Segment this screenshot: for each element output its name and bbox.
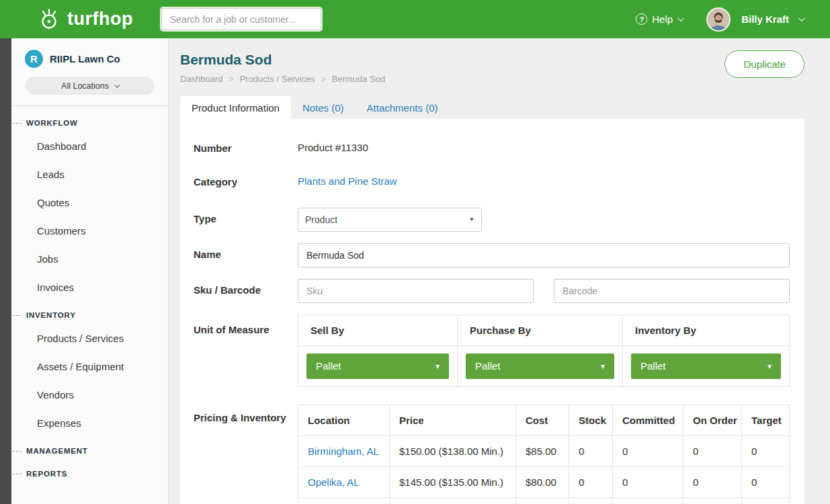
sidebar-item-invoices[interactable]: Invoices	[11, 273, 168, 301]
table-row	[298, 498, 390, 504]
avatar[interactable]	[706, 7, 731, 32]
help-icon: ?	[636, 13, 647, 25]
section-label: INVENTORY	[26, 311, 76, 319]
number-label: Number	[194, 142, 298, 155]
chevron-down-icon	[677, 15, 684, 22]
chevron-down-icon[interactable]	[798, 15, 805, 22]
inventory-by-value: Pallet	[640, 360, 666, 372]
caret-down-icon: ▾	[435, 362, 440, 371]
section-dash-icon	[13, 315, 22, 316]
left-rail	[0, 38, 11, 504]
caret-down-icon: ▾	[767, 362, 772, 371]
chevron-down-icon	[114, 82, 120, 87]
column-header-stock: Stock	[569, 405, 613, 436]
section-label: REPORTS	[26, 470, 67, 478]
breadcrumb-link-dashboard[interactable]: Dashboard	[180, 74, 223, 84]
price-cell: $150.00 ($138.00 Min.)	[390, 436, 516, 467]
sidebar-item-leads[interactable]: Leads	[11, 160, 168, 188]
sidebar-item-products-services[interactable]: Products / Services	[11, 324, 168, 352]
duplicate-button[interactable]: Duplicate	[724, 50, 804, 78]
sku-input[interactable]	[298, 279, 534, 303]
sidebar-section-inventory[interactable]: INVENTORY	[11, 301, 168, 324]
sidebar-section-reports[interactable]: REPORTS	[11, 460, 168, 482]
uom-header-inventory-by: Inventory By	[623, 315, 789, 346]
section-dash-icon	[13, 451, 22, 452]
sidebar-item-vendors[interactable]: Vendors	[11, 380, 168, 409]
sidebar-item-expenses[interactable]: Expenses	[11, 409, 168, 437]
company-name: RIIPL Lawn Co	[50, 53, 120, 65]
topbar-right: ? Help Billy Kraft	[636, 7, 803, 32]
sprinkler-logo-icon	[37, 7, 61, 32]
number-value: Product #11330	[298, 142, 368, 153]
brand-text: turfhop	[67, 9, 133, 30]
help-menu[interactable]: ? Help	[636, 13, 682, 25]
name-label: Name	[194, 248, 298, 261]
location-filter[interactable]: All Locations	[26, 77, 155, 95]
search-input[interactable]	[161, 8, 321, 30]
sidebar-item-dashboard[interactable]: Dashboard	[11, 132, 168, 160]
sell-by-select[interactable]: Pallet ▾	[306, 353, 449, 379]
tab-product-information[interactable]: Product Information	[180, 96, 291, 119]
sidebar-item-assets-equipment[interactable]: Assets / Equipment	[11, 352, 168, 380]
sku-barcode-label: Sku / Barcode	[194, 284, 298, 297]
turfhop-logo[interactable]: turfhop	[37, 7, 133, 32]
price-cell: $145.00 ($135.00 Min.)	[390, 467, 516, 498]
column-header-price: Price	[390, 405, 516, 436]
tab-notes[interactable]: Notes (0)	[291, 96, 356, 119]
breadcrumb-separator-icon: >	[321, 75, 326, 84]
company-logo-icon: R	[25, 50, 43, 68]
section-dash-icon	[13, 474, 22, 474]
breadcrumb: Dashboard > Products / Services > Bermud…	[180, 74, 804, 84]
location-link-birmingham[interactable]: Birmingham, AL	[298, 436, 390, 467]
section-dash-icon	[13, 123, 22, 124]
committed-cell: 0	[613, 436, 683, 467]
category-link[interactable]: Plants and Pine Straw	[298, 175, 397, 187]
uom-header-purchase-by: Purchase By	[458, 315, 623, 346]
purchase-by-select[interactable]: Pallet ▾	[466, 353, 614, 379]
sidebar-section-management[interactable]: MANAGEMENT	[11, 437, 168, 460]
column-header-committed: Committed	[613, 405, 683, 436]
cost-cell: $80.00	[516, 467, 569, 498]
main-content: Bermuda Sod Dashboard > Products / Servi…	[169, 38, 830, 504]
breadcrumb-link-products-services[interactable]: Products / Services	[240, 74, 315, 84]
cost-cell: $85.00	[516, 436, 569, 467]
section-label: MANAGEMENT	[26, 447, 88, 455]
tab-attachments[interactable]: Attachments (0)	[356, 96, 450, 119]
column-header-location: Location	[298, 405, 390, 436]
sidebar-item-quotes[interactable]: Quotes	[11, 188, 168, 216]
avatar-image	[708, 9, 729, 30]
breadcrumb-current: Bermuda Sod	[332, 74, 386, 84]
product-information-card: Number Product #11330 Category Plants an…	[180, 119, 804, 504]
uom-header-sell-by: Sell By	[298, 315, 458, 346]
column-header-target: Target	[742, 405, 789, 436]
target-cell: 0	[742, 436, 789, 467]
category-label: Category	[194, 175, 298, 189]
location-link-opelika[interactable]: Opelika, AL	[298, 467, 390, 498]
help-label: Help	[652, 13, 673, 25]
breadcrumb-separator-icon: >	[229, 75, 234, 84]
caret-down-icon: ▼	[469, 216, 474, 222]
sell-by-value: Pallet	[316, 360, 341, 372]
barcode-input[interactable]	[554, 279, 790, 303]
stock-cell: 0	[569, 436, 613, 467]
tab-bar: Product Information Notes (0) Attachment…	[180, 96, 804, 119]
user-name[interactable]: Billy Kraft	[741, 13, 789, 25]
sidebar-item-customers[interactable]: Customers	[11, 216, 168, 245]
column-header-cost: Cost	[516, 405, 569, 436]
committed-cell: 0	[613, 467, 683, 498]
type-select-value: Product	[305, 214, 337, 225]
column-header-on-order: On Order	[683, 405, 742, 436]
page-title: Bermuda Sod	[180, 52, 804, 68]
type-select[interactable]: Product ▼	[298, 208, 482, 232]
location-filter-label: All Locations	[61, 81, 109, 91]
inventory-by-select[interactable]: Pallet ▾	[631, 353, 781, 379]
sidebar-item-jobs[interactable]: Jobs	[11, 245, 168, 273]
unit-of-measure-table: Sell By Purchase By Inventory By Pallet …	[298, 314, 790, 387]
type-label: Type	[194, 212, 298, 226]
company-switcher[interactable]: R RIIPL Lawn Co	[11, 38, 168, 68]
sidebar-section-workflow[interactable]: WORKFLOW	[11, 109, 168, 132]
sidebar-nav: WORKFLOW Dashboard Leads Quotes Customer…	[11, 106, 168, 482]
name-input[interactable]	[298, 243, 790, 267]
caret-down-icon: ▾	[601, 362, 605, 371]
on-order-cell: 0	[683, 467, 742, 498]
